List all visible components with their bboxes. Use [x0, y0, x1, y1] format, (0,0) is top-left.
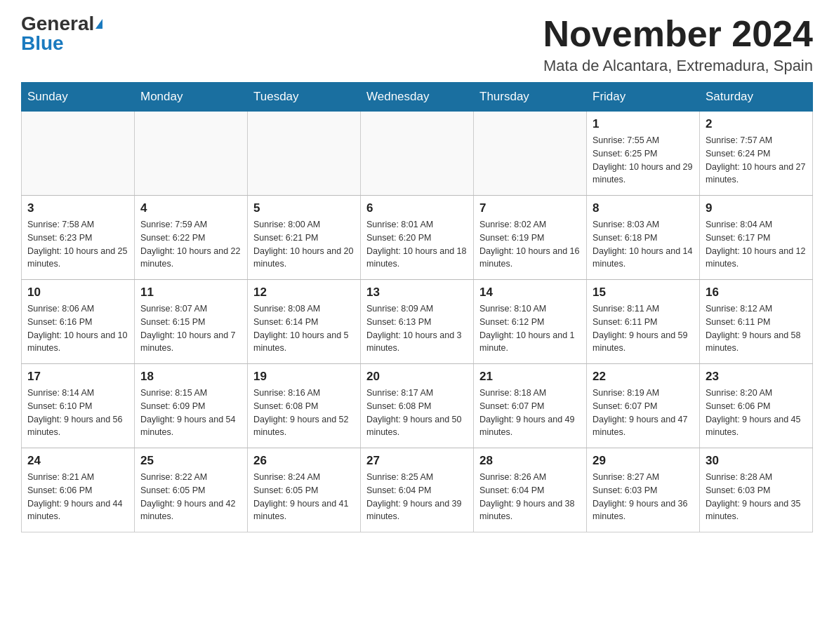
calendar-cell: 27Sunrise: 8:25 AMSunset: 6:04 PMDayligh… [361, 448, 474, 532]
calendar-cell: 22Sunrise: 8:19 AMSunset: 6:07 PMDayligh… [587, 364, 700, 448]
weekday-header-monday: Monday [135, 83, 248, 112]
day-info: Sunrise: 8:10 AMSunset: 6:12 PMDaylight:… [479, 302, 581, 355]
day-number: 17 [27, 370, 128, 384]
calendar-cell: 28Sunrise: 8:26 AMSunset: 6:04 PMDayligh… [474, 448, 587, 532]
calendar-cell [474, 112, 587, 196]
day-number: 2 [706, 117, 807, 131]
day-number: 28 [479, 454, 581, 468]
calendar-cell: 11Sunrise: 8:07 AMSunset: 6:15 PMDayligh… [135, 280, 248, 364]
day-info: Sunrise: 8:09 AMSunset: 6:13 PMDaylight:… [366, 302, 468, 355]
calendar-cell: 24Sunrise: 8:21 AMSunset: 6:06 PMDayligh… [22, 448, 135, 532]
day-info: Sunrise: 8:22 AMSunset: 6:05 PMDaylight:… [140, 471, 241, 523]
calendar-cell: 17Sunrise: 8:14 AMSunset: 6:10 PMDayligh… [22, 364, 135, 448]
calendar-cell: 2Sunrise: 7:57 AMSunset: 6:24 PMDaylight… [700, 112, 813, 196]
day-info: Sunrise: 8:17 AMSunset: 6:08 PMDaylight:… [366, 387, 468, 439]
day-number: 29 [593, 454, 694, 468]
calendar-cell [135, 112, 248, 196]
day-number: 4 [140, 201, 241, 215]
day-number: 14 [479, 286, 581, 300]
day-info: Sunrise: 8:12 AMSunset: 6:11 PMDaylight:… [706, 302, 807, 355]
weekday-header-saturday: Saturday [700, 83, 813, 112]
logo-blue-text: Blue [21, 34, 64, 53]
day-number: 30 [706, 454, 807, 468]
day-number: 13 [366, 286, 468, 300]
day-number: 6 [366, 201, 468, 215]
page-header: General Blue November 2024 Mata de Alcan… [21, 14, 813, 75]
day-number: 12 [253, 286, 355, 300]
day-number: 5 [253, 201, 355, 215]
day-number: 18 [140, 370, 241, 384]
day-info: Sunrise: 7:59 AMSunset: 6:22 PMDaylight:… [140, 218, 241, 271]
day-info: Sunrise: 8:06 AMSunset: 6:16 PMDaylight:… [27, 302, 128, 355]
day-info: Sunrise: 8:26 AMSunset: 6:04 PMDaylight:… [479, 471, 581, 523]
day-info: Sunrise: 8:07 AMSunset: 6:15 PMDaylight:… [140, 302, 241, 355]
day-info: Sunrise: 7:57 AMSunset: 6:24 PMDaylight:… [706, 134, 807, 187]
day-info: Sunrise: 8:03 AMSunset: 6:18 PMDaylight:… [593, 218, 694, 271]
calendar-cell: 26Sunrise: 8:24 AMSunset: 6:05 PMDayligh… [248, 448, 361, 532]
weekday-header-wednesday: Wednesday [361, 83, 474, 112]
calendar-cell: 20Sunrise: 8:17 AMSunset: 6:08 PMDayligh… [361, 364, 474, 448]
weekday-header-tuesday: Tuesday [248, 83, 361, 112]
calendar-cell: 23Sunrise: 8:20 AMSunset: 6:06 PMDayligh… [700, 364, 813, 448]
day-info: Sunrise: 7:58 AMSunset: 6:23 PMDaylight:… [27, 218, 128, 271]
day-info: Sunrise: 8:15 AMSunset: 6:09 PMDaylight:… [140, 387, 241, 439]
day-info: Sunrise: 8:24 AMSunset: 6:05 PMDaylight:… [253, 471, 355, 523]
day-info: Sunrise: 8:02 AMSunset: 6:19 PMDaylight:… [479, 218, 581, 271]
calendar-cell: 19Sunrise: 8:16 AMSunset: 6:08 PMDayligh… [248, 364, 361, 448]
day-number: 11 [140, 286, 241, 300]
day-number: 21 [479, 370, 581, 384]
calendar-cell: 18Sunrise: 8:15 AMSunset: 6:09 PMDayligh… [135, 364, 248, 448]
calendar-cell: 30Sunrise: 8:28 AMSunset: 6:03 PMDayligh… [700, 448, 813, 532]
calendar-table: SundayMondayTuesdayWednesdayThursdayFrid… [21, 82, 813, 532]
day-number: 24 [27, 454, 128, 468]
day-number: 15 [593, 286, 694, 300]
calendar-cell: 14Sunrise: 8:10 AMSunset: 6:12 PMDayligh… [474, 280, 587, 364]
logo: General Blue [21, 14, 102, 53]
calendar-cell: 4Sunrise: 7:59 AMSunset: 6:22 PMDaylight… [135, 196, 248, 280]
day-number: 9 [706, 201, 807, 215]
day-number: 22 [593, 370, 694, 384]
day-number: 1 [593, 117, 694, 131]
day-info: Sunrise: 8:14 AMSunset: 6:10 PMDaylight:… [27, 387, 128, 439]
day-number: 20 [366, 370, 468, 384]
logo-general-text: General [21, 14, 94, 34]
month-title: November 2024 [543, 14, 813, 54]
calendar-cell [22, 112, 135, 196]
calendar-cell: 21Sunrise: 8:18 AMSunset: 6:07 PMDayligh… [474, 364, 587, 448]
day-info: Sunrise: 8:28 AMSunset: 6:03 PMDaylight:… [706, 471, 807, 523]
calendar-cell: 6Sunrise: 8:01 AMSunset: 6:20 PMDaylight… [361, 196, 474, 280]
week-row-4: 17Sunrise: 8:14 AMSunset: 6:10 PMDayligh… [22, 364, 813, 448]
day-info: Sunrise: 8:18 AMSunset: 6:07 PMDaylight:… [479, 387, 581, 439]
day-number: 26 [253, 454, 355, 468]
day-info: Sunrise: 8:25 AMSunset: 6:04 PMDaylight:… [366, 471, 468, 523]
week-row-1: 1Sunrise: 7:55 AMSunset: 6:25 PMDaylight… [22, 112, 813, 196]
weekday-header-sunday: Sunday [22, 83, 135, 112]
day-info: Sunrise: 8:04 AMSunset: 6:17 PMDaylight:… [706, 218, 807, 271]
day-number: 27 [366, 454, 468, 468]
calendar-cell: 3Sunrise: 7:58 AMSunset: 6:23 PMDaylight… [22, 196, 135, 280]
week-row-2: 3Sunrise: 7:58 AMSunset: 6:23 PMDaylight… [22, 196, 813, 280]
day-info: Sunrise: 7:55 AMSunset: 6:25 PMDaylight:… [593, 134, 694, 187]
logo-triangle-icon [95, 19, 102, 29]
weekday-header-friday: Friday [587, 83, 700, 112]
calendar-cell: 10Sunrise: 8:06 AMSunset: 6:16 PMDayligh… [22, 280, 135, 364]
day-number: 3 [27, 201, 128, 215]
calendar-cell: 7Sunrise: 8:02 AMSunset: 6:19 PMDaylight… [474, 196, 587, 280]
calendar-cell: 15Sunrise: 8:11 AMSunset: 6:11 PMDayligh… [587, 280, 700, 364]
location-title: Mata de Alcantara, Extremadura, Spain [543, 57, 813, 75]
calendar-cell [361, 112, 474, 196]
week-row-5: 24Sunrise: 8:21 AMSunset: 6:06 PMDayligh… [22, 448, 813, 532]
day-info: Sunrise: 8:21 AMSunset: 6:06 PMDaylight:… [27, 471, 128, 523]
calendar-cell: 25Sunrise: 8:22 AMSunset: 6:05 PMDayligh… [135, 448, 248, 532]
calendar-cell: 16Sunrise: 8:12 AMSunset: 6:11 PMDayligh… [700, 280, 813, 364]
calendar-cell: 9Sunrise: 8:04 AMSunset: 6:17 PMDaylight… [700, 196, 813, 280]
day-info: Sunrise: 8:19 AMSunset: 6:07 PMDaylight:… [593, 387, 694, 439]
calendar-cell: 5Sunrise: 8:00 AMSunset: 6:21 PMDaylight… [248, 196, 361, 280]
calendar-cell: 29Sunrise: 8:27 AMSunset: 6:03 PMDayligh… [587, 448, 700, 532]
week-row-3: 10Sunrise: 8:06 AMSunset: 6:16 PMDayligh… [22, 280, 813, 364]
weekday-header-thursday: Thursday [474, 83, 587, 112]
day-number: 23 [706, 370, 807, 384]
day-number: 16 [706, 286, 807, 300]
day-info: Sunrise: 8:00 AMSunset: 6:21 PMDaylight:… [253, 218, 355, 271]
day-info: Sunrise: 8:08 AMSunset: 6:14 PMDaylight:… [253, 302, 355, 355]
